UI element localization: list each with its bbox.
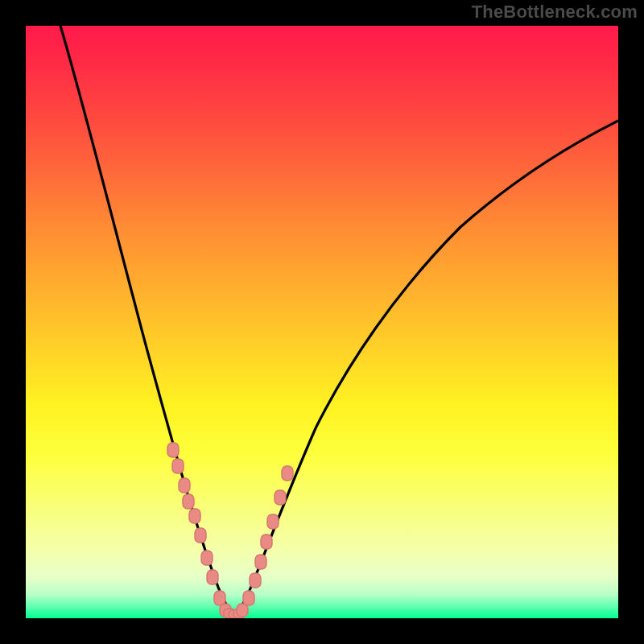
svg-rect-3 bbox=[183, 494, 194, 509]
left-branch bbox=[60, 26, 233, 617]
svg-rect-19 bbox=[275, 490, 286, 505]
svg-rect-13 bbox=[237, 604, 248, 617]
svg-rect-5 bbox=[195, 528, 206, 543]
svg-rect-2 bbox=[179, 478, 190, 493]
svg-rect-18 bbox=[267, 514, 279, 529]
svg-rect-15 bbox=[250, 573, 261, 588]
svg-rect-8 bbox=[214, 591, 225, 605]
right-branch bbox=[233, 121, 618, 617]
plot-area bbox=[26, 26, 618, 618]
svg-rect-0 bbox=[167, 443, 179, 457]
svg-rect-17 bbox=[261, 535, 272, 549]
svg-rect-7 bbox=[207, 570, 218, 584]
chart-frame: TheBottleneck.com bbox=[0, 0, 644, 644]
watermark-text: TheBottleneck.com bbox=[472, 2, 638, 23]
svg-rect-1 bbox=[172, 459, 184, 473]
svg-rect-4 bbox=[189, 509, 200, 523]
right-cluster bbox=[237, 466, 293, 617]
svg-rect-6 bbox=[201, 551, 213, 565]
svg-rect-16 bbox=[255, 555, 266, 569]
left-cluster bbox=[167, 443, 231, 617]
curve-layer bbox=[26, 26, 618, 618]
svg-rect-20 bbox=[282, 466, 293, 481]
svg-rect-14 bbox=[243, 591, 254, 605]
